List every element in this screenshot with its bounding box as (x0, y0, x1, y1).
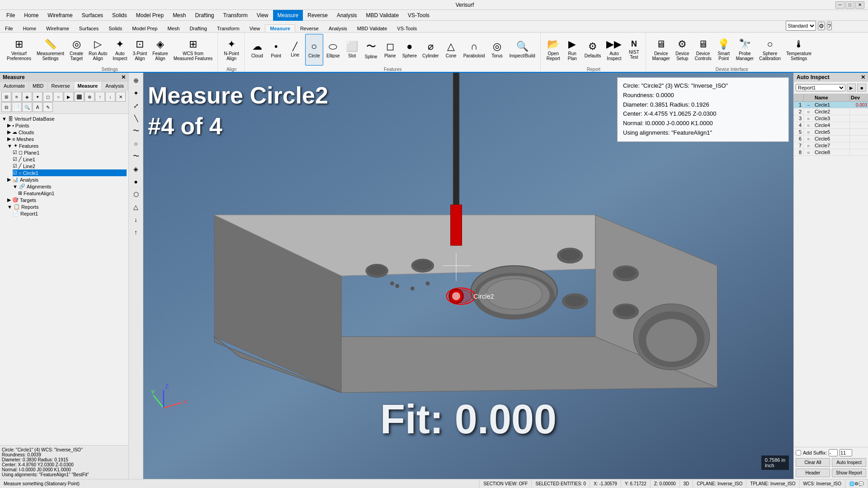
toolbar-btn-12[interactable]: ✕ (116, 92, 126, 102)
settings-icon-button[interactable]: ⚙ (818, 22, 825, 30)
minimize-button[interactable]: ─ (835, 1, 844, 9)
menu-item-model-prep[interactable]: Model Prep (132, 10, 168, 21)
tab-mbd[interactable]: MBD (29, 82, 47, 90)
wcs-measured-button[interactable]: ⊞ WCS fromMeasured Features (171, 34, 215, 66)
torus-button[interactable]: ◎ Torus (488, 34, 506, 66)
toolbar-btn-9[interactable]: ⊕ (85, 92, 94, 102)
left-icon-up[interactable]: ↑ (130, 226, 142, 238)
sphere-calibration-button[interactable]: ○ SphereCalibration (757, 34, 783, 66)
paraboloid-button[interactable]: ∩ Paraboloid (461, 34, 487, 66)
sphere-button[interactable]: ● Sphere (400, 34, 419, 66)
right-panel-close[interactable]: ✕ (861, 74, 865, 80)
menu-item-measure[interactable]: Measure (273, 10, 303, 21)
ribbon-tab-reverse[interactable]: Reverse (295, 24, 324, 32)
status-icon-btn-1[interactable]: 🌐 (849, 481, 854, 486)
circle-button[interactable]: ○ Circle (305, 34, 323, 66)
plane-button[interactable]: ◻ Plane (381, 34, 399, 66)
toolbar-btn-5[interactable]: ◻ (43, 92, 53, 102)
toolbar-btn-1[interactable]: ⊞ (1, 92, 11, 102)
menu-item-surfaces[interactable]: Surfaces (77, 10, 108, 21)
ellipse-button[interactable]: ⬭ Ellipse (324, 34, 342, 66)
suffix-dash-input[interactable] (829, 449, 838, 456)
menu-item-transform[interactable]: Transform (219, 10, 252, 21)
tab-reverse[interactable]: Reverse (48, 82, 74, 90)
menu-item-view[interactable]: View (252, 10, 273, 21)
tree-item-line2[interactable]: ☑ ╱ Line2 (13, 163, 127, 169)
menu-item-home[interactable]: Home (19, 10, 43, 21)
ri-row-8[interactable]: 8 ○ Circle8 (794, 149, 868, 156)
menu-item-mbd-validate[interactable]: MBD Validate (362, 10, 403, 21)
tree-item-circle1[interactable]: ☑ ○ Circle1 (13, 169, 127, 176)
toolbar-btn-10[interactable]: ↑ (95, 92, 105, 102)
standard-dropdown[interactable]: Standard (786, 21, 816, 31)
tree-item-report1[interactable]: 📄 Report1 (13, 210, 127, 217)
tree-item-alignments[interactable]: ▼ 🔗 Alignments (13, 183, 127, 190)
header-button[interactable]: Header (796, 469, 830, 477)
ri-row-3[interactable]: 3 ○ Circle3 (794, 115, 868, 122)
ri-row-7[interactable]: 7 ○ Circle7 (794, 142, 868, 149)
left-icon-curve[interactable]: 〜 (130, 125, 142, 137)
spline-button[interactable]: 〜 Spline (362, 34, 380, 66)
ri-row-4[interactable]: 4 ○ Circle4 (794, 122, 868, 129)
toolbar-btn-4[interactable]: ✦ (33, 92, 42, 102)
left-icon-triangle[interactable]: △ (130, 201, 142, 213)
tree-item-line1[interactable]: ☑ ╱ Line1 (13, 156, 127, 163)
temperature-settings-button[interactable]: 🌡 TemperatureSettings (784, 34, 814, 66)
left-icon-wave[interactable]: 〜 (130, 150, 142, 162)
suffix-num-input[interactable] (840, 449, 852, 456)
menu-item-file[interactable]: File (2, 10, 19, 21)
stop-button[interactable]: ■ (857, 84, 866, 92)
ribbon-tab-drafting[interactable]: Drafting (184, 24, 212, 32)
viewport[interactable]: Circle2 X Y Z Measure Circle2 #4 of 4 Fi… (143, 73, 793, 479)
tree-item-clouds[interactable]: ▶ ☁ Clouds (7, 129, 127, 136)
tree-item-reports[interactable]: ▼ 📋 Reports (7, 203, 127, 210)
left-icon-add[interactable]: ⊕ (130, 75, 142, 86)
toolbar-btn-14[interactable]: 📄 (12, 102, 22, 112)
tree-item-features[interactable]: ▼ ✦ Features (7, 142, 127, 149)
tree-item-points[interactable]: ▶ • Points (7, 122, 127, 129)
left-icon-down[interactable]: ↓ (130, 214, 142, 225)
ribbon-tab-view[interactable]: View (245, 24, 265, 32)
tree-item-targets[interactable]: ▶ 🎯 Targets (7, 197, 127, 203)
verisurf-preferences-button[interactable]: ⊞ VerisurfPreferences (5, 34, 33, 66)
menu-item-mesh[interactable]: Mesh (168, 10, 190, 21)
status-icon-btn-2[interactable]: ⚙ (854, 481, 859, 486)
tab-analysis[interactable]: Analysis (102, 82, 128, 90)
left-icon-diamond[interactable]: ◈ (130, 163, 142, 175)
add-suffix-checkbox[interactable] (796, 450, 801, 455)
menu-item-solids[interactable]: Solids (108, 10, 132, 21)
slot-button[interactable]: ⬜ Slot (343, 34, 361, 66)
point-button[interactable]: • Point (267, 34, 285, 66)
line-button[interactable]: ╱ Line (286, 34, 304, 66)
ri-row-5[interactable]: 5 ○ Circle5 (794, 129, 868, 136)
device-manager-button[interactable]: 🖥 DeviceManager (650, 34, 672, 66)
feature-align-button[interactable]: ◈ FeatureAlign (150, 34, 170, 66)
run-plan-button[interactable]: ▶ RunPlan (563, 34, 581, 66)
npoint-align-button[interactable]: ✦ N-PointAlign (222, 34, 241, 66)
question-icon-button[interactable]: ? (827, 22, 832, 30)
close-button[interactable]: ✕ (855, 1, 864, 9)
sidebar-close-button[interactable]: ✕ (121, 74, 126, 80)
ribbon-tab-wireframe[interactable]: Wireframe (41, 24, 74, 32)
measurement-settings-button[interactable]: 📏 MeasurementSettings (34, 34, 66, 66)
menu-item-analysis[interactable]: Analysis (332, 10, 362, 21)
toolbar-btn-11[interactable]: ↓ (105, 92, 115, 102)
left-icon-line[interactable]: ╲ (130, 113, 142, 124)
auto-inspect-report-button[interactable]: ▶▶ AutoInspect (604, 34, 624, 66)
device-controls-button[interactable]: 🖥 DeviceControls (692, 34, 713, 66)
open-report-button[interactable]: 📂 OpenReport (544, 34, 562, 66)
clear-all-button[interactable]: Clear All (796, 458, 830, 467)
left-icon-hex[interactable]: ⬡ (130, 188, 142, 200)
defaults-button[interactable]: ⚙ Defaults (582, 34, 604, 66)
tab-automate[interactable]: Automate (0, 82, 29, 90)
status-icon-btn-3[interactable]: 💬 (859, 481, 864, 486)
toolbar-btn-16[interactable]: A (33, 102, 42, 112)
probe-manager-button[interactable]: 🔭 ProbeManager (734, 34, 756, 66)
left-icon-ball[interactable]: ● (130, 176, 142, 188)
ri-row-6[interactable]: 6 ○ Circle6 (794, 136, 868, 142)
toolbar-btn-7[interactable]: ▶ (64, 92, 74, 102)
create-target-button[interactable]: ◎ CreateTarget (67, 34, 85, 66)
ribbon-tab-measure[interactable]: Measure (265, 24, 295, 32)
run-auto-align-button[interactable]: ▷ Run AutoAlign (86, 34, 109, 66)
toolbar-btn-15[interactable]: 🔍 (22, 102, 32, 112)
